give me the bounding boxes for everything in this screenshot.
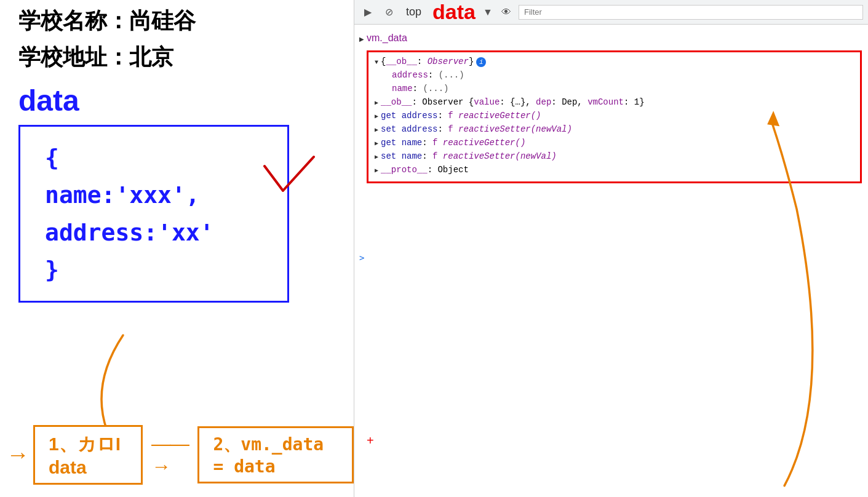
code-content: { name:'xxx', address:'xx' } — [45, 139, 269, 288]
arrow-right-2: ——→ — [151, 432, 189, 478]
chevron-down-icon: ▼ — [483, 7, 493, 18]
set-address-row: ▶ set address : f reactiveSetter(newVal) — [375, 124, 854, 137]
code-address-line: address:'xx' — [45, 219, 214, 246]
dropdown-button[interactable]: ▼ — [482, 6, 494, 18]
stop-button[interactable]: ⊘ — [380, 4, 397, 21]
get-address-row: ▶ get address : f reactiveGetter() — [375, 110, 854, 124]
expand-get-name-icon[interactable]: ▶ — [375, 140, 378, 147]
school-address: 学校地址：北京 — [18, 42, 335, 73]
vm-data-label: vm._data — [367, 33, 407, 44]
stop-icon: ⊘ — [385, 6, 393, 18]
right-devtools-panel: ▶ ⊘ top data ▼ 👁 ▶ vm._data ▼ { __ob__ — [354, 0, 868, 497]
expand-set-name-icon[interactable]: ▶ — [375, 153, 378, 161]
set-name-row: ▶ set name : f reactiveSetter(newVal) — [375, 151, 854, 164]
top-label: top — [401, 6, 426, 18]
school-name: 学校名称：尚硅谷 — [18, 6, 335, 36]
data-code-box: { name:'xxx', address:'xx' } — [18, 125, 289, 303]
devtools-content: ▶ vm._data ▼ { __ob__ : Observer } i add… — [354, 25, 868, 497]
name-row: name : (...) — [375, 83, 854, 97]
bottom-annotations: → 1、カロI data ——→ 2、vm._data = data — [6, 425, 354, 485]
data-label-toolbar: data — [430, 0, 478, 24]
annotation-label-2: 2、vm._data = data — [213, 434, 324, 477]
expand-proto-icon[interactable]: ▶ — [375, 167, 378, 174]
play-button[interactable]: ▶ — [359, 4, 376, 21]
expand-set-address-icon[interactable]: ▶ — [375, 126, 378, 133]
filter-input[interactable] — [519, 5, 863, 20]
code-brace-close: } — [45, 256, 59, 283]
get-name-row: ▶ get name : f reactiveGetter() — [375, 137, 854, 151]
ob-detail-row: ▶ __ob__ : Observer { value : {…}, dep :… — [375, 97, 854, 110]
left-panel: 学校名称：尚硅谷 学校地址：北京 data { name:'xxx', addr… — [0, 0, 354, 497]
expand-ob-detail-icon[interactable]: ▶ — [375, 99, 378, 106]
prompt-row: > — [359, 252, 364, 266]
devtools-toolbar: ▶ ⊘ top data ▼ 👁 — [354, 0, 868, 25]
code-brace-open: { — [45, 144, 59, 171]
annotation-box-1: 1、カロI data — [33, 425, 143, 485]
vm-data-row: ▶ vm._data — [359, 32, 407, 46]
annotation-box-2: 2、vm._data = data — [197, 426, 354, 483]
eye-button[interactable]: 👁 — [498, 4, 515, 21]
console-plus-icon: + — [367, 434, 374, 447]
play-icon: ▶ — [364, 6, 372, 18]
collapse-ob-icon[interactable]: ▼ — [375, 59, 378, 66]
ob-observer-row: ▼ { __ob__ : Observer } i — [375, 56, 854, 70]
prompt-icon: > — [359, 253, 364, 263]
data-label-left: data — [18, 84, 335, 117]
arrow-right-1: → — [6, 442, 30, 468]
code-name-line: name:'xxx', — [45, 181, 200, 209]
console-plus-row: + — [367, 434, 374, 448]
info-icon[interactable]: i — [476, 57, 486, 67]
annotation-label-1: 1、カロI data — [49, 434, 121, 477]
address-row: address : (...) — [375, 70, 854, 83]
highlight-box: ▼ { __ob__ : Observer } i address : (...… — [367, 50, 862, 183]
expand-get-address-icon[interactable]: ▶ — [375, 113, 378, 120]
eye-icon: 👁 — [501, 7, 511, 18]
proto-row: ▶ __proto__ : Object — [375, 164, 854, 178]
expand-vm-data-icon[interactable]: ▶ — [359, 36, 364, 42]
